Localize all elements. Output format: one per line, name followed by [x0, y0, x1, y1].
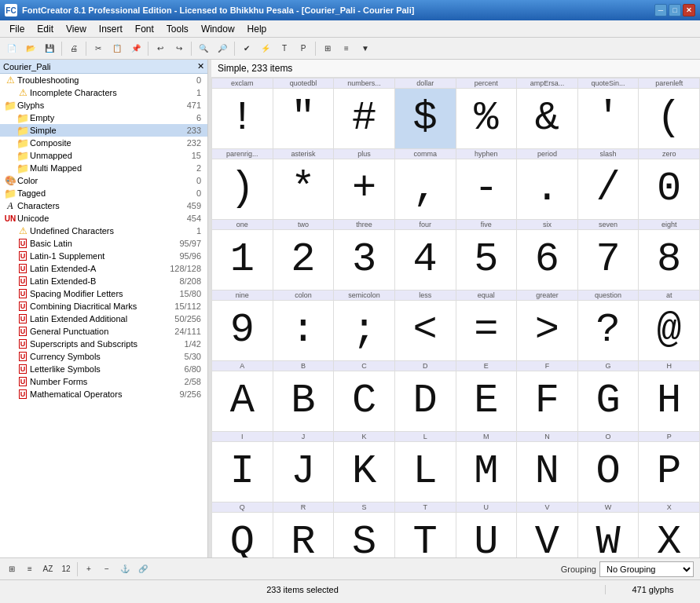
sidebar-item-glyphs[interactable]: 📁Glyphs471 — [0, 99, 207, 111]
menu-file[interactable]: File — [3, 22, 31, 36]
glyph-cell[interactable]: zero0 — [639, 149, 700, 220]
sidebar-item-characters[interactable]: ACharacters459 — [0, 199, 207, 212]
sidebar-item-basic-latin[interactable]: UBasic Latin95/97 — [0, 237, 207, 250]
minimize-button[interactable]: ─ — [654, 4, 667, 16]
glyph-cell[interactable]: EE — [456, 361, 518, 432]
glyph-cell[interactable]: seven7 — [578, 220, 640, 291]
sidebar-close-button[interactable]: ✕ — [197, 61, 204, 71]
glyph-cell[interactable]: PP — [639, 432, 700, 502]
tb-copy[interactable]: 📋 — [108, 40, 126, 57]
sidebar-item-combining-dia[interactable]: UCombining Diacritical Marks15/112 — [0, 300, 207, 312]
glyph-cell[interactable]: WW — [578, 502, 640, 557]
tb-save[interactable]: 💾 — [41, 40, 58, 57]
glyph-cell[interactable]: plus+ — [334, 149, 395, 220]
menu-window[interactable]: Window — [195, 22, 241, 36]
glyph-cell[interactable]: RR — [273, 502, 335, 557]
grouping-select[interactable]: No GroupingBy Unicode BlockBy Type — [599, 561, 694, 577]
glyph-cell[interactable]: KK — [334, 432, 395, 502]
glyph-cell[interactable]: dollar$ — [395, 79, 456, 149]
tb-zoom-out[interactable]: 🔎 — [214, 40, 231, 57]
sidebar-item-multi-mapped[interactable]: 📁Multi Mapped2 — [0, 162, 207, 174]
glyph-cell[interactable]: asterisk* — [273, 149, 335, 220]
menu-font[interactable]: Font — [129, 22, 160, 36]
bt-add-glyph[interactable]: + — [80, 561, 97, 578]
glyph-cell[interactable]: numbers...# — [334, 79, 395, 149]
glyph-cell[interactable]: JJ — [273, 432, 335, 502]
glyph-cell[interactable]: eight8 — [639, 220, 700, 291]
glyph-cell[interactable]: hyphen- — [456, 149, 518, 220]
sidebar-item-empty[interactable]: 📁Empty6 — [0, 111, 207, 124]
bt-remove-glyph[interactable]: − — [98, 561, 115, 578]
bt-sort-num[interactable]: 12 — [57, 561, 75, 578]
glyph-cell[interactable]: six6 — [517, 220, 578, 291]
sidebar-item-composite[interactable]: 📁Composite232 — [0, 137, 207, 149]
sidebar-item-latin-ext-b[interactable]: ULatin Extended-B8/208 — [0, 275, 207, 287]
glyph-cell[interactable]: II — [212, 432, 273, 502]
tb-open[interactable]: 📂 — [22, 40, 39, 57]
glyph-cell[interactable]: MM — [456, 432, 518, 502]
sidebar-item-math-operators[interactable]: UMathematical Operators9/256 — [0, 388, 207, 400]
tb-generate[interactable]: ⚡ — [257, 40, 274, 57]
menu-edit[interactable]: Edit — [31, 22, 60, 36]
sidebar-item-letterlike[interactable]: ULetterlike Symbols6/80 — [0, 363, 207, 375]
glyph-cell[interactable]: three3 — [334, 220, 395, 291]
tb-filter[interactable]: ▼ — [357, 40, 374, 57]
sidebar-item-tagged[interactable]: 📁Tagged0 — [0, 187, 207, 199]
glyph-cell[interactable]: parenleft( — [639, 79, 700, 149]
sidebar-item-unicode[interactable]: UNUnicode454 — [0, 212, 207, 225]
close-button[interactable]: ✕ — [683, 4, 695, 16]
glyph-cell[interactable]: DD — [395, 361, 456, 432]
glyph-cell[interactable]: NN — [517, 432, 578, 502]
tb-zoom-in[interactable]: 🔍 — [195, 40, 212, 57]
glyph-cell[interactable]: colon: — [273, 291, 335, 361]
tb-new[interactable]: 📄 — [3, 40, 20, 57]
tb-preview[interactable]: P — [295, 40, 312, 57]
glyph-cell[interactable]: QQ — [212, 502, 273, 557]
glyph-cell[interactable]: semicolon; — [334, 291, 395, 361]
tb-validate[interactable]: ✔ — [238, 40, 255, 57]
sidebar-item-gen-punct[interactable]: UGeneral Punctuation24/111 — [0, 325, 207, 338]
sidebar-item-color[interactable]: 🎨Color0 — [0, 174, 207, 187]
glyph-cell[interactable]: GG — [578, 361, 640, 432]
tb-redo[interactable]: ↪ — [170, 40, 188, 57]
tb-undo[interactable]: ↩ — [152, 40, 169, 57]
glyph-cell[interactable]: one1 — [212, 220, 273, 291]
sidebar-item-latin-1-sup[interactable]: ULatin-1 Supplement95/96 — [0, 250, 207, 262]
glyph-cell[interactable]: less< — [395, 291, 456, 361]
bt-grid-view[interactable]: ⊞ — [3, 561, 20, 578]
bt-sort-alpha[interactable]: AZ — [39, 561, 57, 578]
menu-insert[interactable]: Insert — [93, 22, 129, 36]
glyph-cell[interactable]: UU — [456, 502, 518, 557]
glyph-cell[interactable]: HH — [639, 361, 700, 432]
sidebar-item-undefined[interactable]: ⚠Undefined Characters1 — [0, 225, 207, 237]
glyph-cell[interactable]: four4 — [395, 220, 456, 291]
glyph-cell[interactable]: quotedbl" — [273, 79, 335, 149]
sidebar-item-currency[interactable]: UCurrency Symbols5/30 — [0, 350, 207, 363]
sidebar-item-unmapped[interactable]: 📁Unmapped15 — [0, 149, 207, 162]
glyph-cell[interactable]: LL — [395, 432, 456, 502]
glyph-cell[interactable]: ampErsa...& — [517, 79, 578, 149]
sidebar-item-spacing-mod[interactable]: USpacing Modifier Letters15/80 — [0, 287, 207, 300]
glyph-cell[interactable]: five5 — [456, 220, 518, 291]
glyph-cell[interactable]: at@ — [639, 291, 700, 361]
menu-help[interactable]: Help — [241, 22, 273, 36]
bt-list-view[interactable]: ≡ — [21, 561, 38, 578]
tb-test[interactable]: T — [276, 40, 293, 57]
sidebar-item-incomplete-chars[interactable]: ⚠Incomplete Characters1 — [0, 86, 207, 99]
glyph-cell[interactable]: greater> — [517, 291, 578, 361]
tb-sort[interactable]: ≡ — [338, 40, 355, 57]
menu-tools[interactable]: Tools — [160, 22, 195, 36]
glyph-cell[interactable]: AA — [212, 361, 273, 432]
sidebar-item-latin-ext-a[interactable]: ULatin Extended-A128/128 — [0, 262, 207, 275]
glyph-cell[interactable]: question? — [578, 291, 640, 361]
sidebar-item-simple[interactable]: 📁Simple233 — [0, 124, 207, 137]
glyph-cell[interactable]: equal= — [456, 291, 518, 361]
glyph-cell[interactable]: exclam! — [212, 79, 273, 149]
glyph-cell[interactable]: period. — [517, 149, 578, 220]
tb-glyph-properties[interactable]: ⊞ — [319, 40, 336, 57]
glyph-cell[interactable]: parenrig...) — [212, 149, 273, 220]
glyph-cell[interactable]: TT — [395, 502, 456, 557]
glyph-cell[interactable]: BB — [273, 361, 335, 432]
glyph-cell[interactable]: two2 — [273, 220, 335, 291]
maximize-button[interactable]: □ — [669, 4, 681, 16]
